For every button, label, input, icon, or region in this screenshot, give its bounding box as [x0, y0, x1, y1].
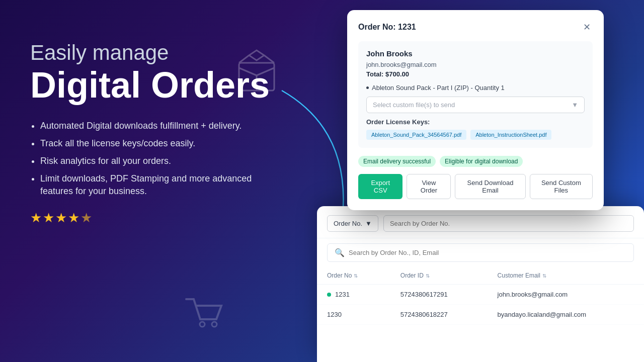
chevron-down-icon: ▼	[572, 101, 578, 109]
send-custom-files-button[interactable]: Send Custom Files	[530, 174, 593, 199]
file-select-placeholder: Select custom file(s) to send	[373, 101, 455, 109]
modal-title: Order No: 1231	[358, 23, 416, 32]
customer-name: John Brooks	[366, 49, 585, 58]
sort-icon-order-no[interactable]: ⇅	[354, 273, 358, 279]
modal-header: Order No: 1231 ✕	[358, 21, 593, 33]
orders-toolbar: Order No. ▼	[317, 206, 644, 238]
feature-item-3: Risk analytics for all your orders.	[40, 155, 272, 167]
send-download-email-button[interactable]: Send Download Email	[455, 174, 525, 199]
star-rating: ★★★★★	[30, 210, 272, 226]
table-row[interactable]: 12305724380618227byandayo.licaland@gmail…	[317, 305, 644, 325]
sort-icon-order-id[interactable]: ⇅	[426, 273, 430, 279]
order-search-input[interactable]	[383, 215, 634, 232]
col-order-id: Order ID ⇅	[390, 267, 488, 285]
close-button[interactable]: ✕	[581, 21, 593, 33]
badge-email-success: Email delivery successful	[358, 156, 436, 167]
row-indicator	[327, 293, 331, 297]
orders-panel: Order No. ▼ 🔍 Order No ⇅	[317, 206, 644, 362]
global-search-bar: 🔍	[327, 243, 634, 262]
cell-order-no: 1230	[317, 305, 390, 325]
order-filter-dropdown[interactable]: Order No. ▼	[327, 215, 378, 232]
feature-item-4: Limit downloads, PDF Stamping and more a…	[40, 172, 272, 198]
svg-point-2	[212, 322, 217, 327]
bullet-icon	[366, 86, 369, 89]
export-csv-button[interactable]: Export CSV	[358, 174, 403, 199]
license-files-list: Ableton_Sound_Pack_34564567.pdf Ableton_…	[366, 130, 585, 140]
cell-customer-email: byandayo.licaland@gmail.com	[488, 305, 644, 325]
cell-order-no: 1231	[317, 285, 390, 305]
badge-digital-download: Eligible for digital download	[440, 156, 523, 167]
product-name: Ableton Sound Pack - Part I (ZIP) - Quan…	[372, 84, 505, 92]
table-row[interactable]: 12315724380617291john.brooks@gmail.com	[317, 285, 644, 305]
filter-label: Order No.	[334, 220, 362, 227]
license-file-2: Ableton_InstructionSheet.pdf	[470, 130, 551, 140]
cart-decoration-icon	[181, 292, 226, 339]
orders-table-container: Order No ⇅ Order ID ⇅ Customer Email	[317, 267, 644, 325]
order-total: Total: $700.00	[366, 70, 585, 78]
customer-email: john.brooks@gmail.com	[366, 61, 585, 68]
sort-icon-email[interactable]: ⇅	[542, 273, 546, 279]
file-select-dropdown[interactable]: Select custom file(s) to send ▼	[366, 97, 585, 113]
global-search-input[interactable]	[349, 249, 626, 256]
modal-actions: Export CSV View Order Send Download Emai…	[358, 174, 593, 199]
orders-table: Order No ⇅ Order ID ⇅ Customer Email	[317, 267, 644, 325]
col-order-no: Order No ⇅	[317, 267, 390, 285]
view-order-button[interactable]: View Order	[407, 174, 451, 199]
cell-customer-email: john.brooks@gmail.com	[488, 285, 644, 305]
col-customer-email: Customer Email ⇅	[488, 267, 644, 285]
search-icon: 🔍	[335, 248, 345, 257]
status-badges: Email delivery successful Eligible for d…	[358, 156, 593, 167]
feature-item-2: Track all the license keys/codes easily.	[40, 137, 272, 150]
cell-order-id: 5724380617291	[390, 285, 488, 305]
product-item: Ableton Sound Pack - Part I (ZIP) - Quan…	[366, 84, 585, 92]
license-keys-label: Order License Keys:	[366, 118, 585, 126]
license-file-1: Ableton_Sound_Pack_34564567.pdf	[366, 130, 466, 140]
filter-chevron-icon: ▼	[365, 220, 372, 227]
svg-point-1	[200, 322, 205, 327]
cell-order-id: 5724380618227	[390, 305, 488, 325]
feature-item-1: Automated Digital downloads fulfillment …	[40, 120, 272, 132]
order-info-box: John Brooks john.brooks@gmail.com Total:…	[358, 41, 593, 148]
order-detail-modal: Order No: 1231 ✕ John Brooks john.brooks…	[347, 10, 604, 210]
features-list: Automated Digital downloads fulfillment …	[30, 120, 272, 198]
